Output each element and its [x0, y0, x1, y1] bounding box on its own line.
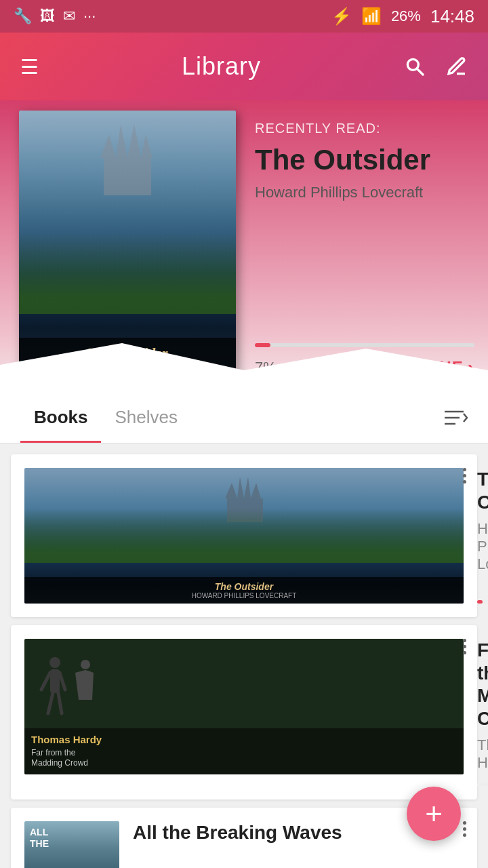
top-bar-action-icons: [404, 56, 468, 77]
hero-book-title: The Outsider: [255, 144, 474, 176]
more-icon: ···: [83, 7, 96, 25]
cover-title: The Outsider: [27, 344, 228, 362]
book-card: Thomas Hardy Far from theMadding Crowd F…: [11, 625, 477, 800]
tab-books[interactable]: Books: [20, 392, 101, 443]
cover-author: Howard Phillips Lovecraft: [27, 365, 228, 375]
book-menu-button[interactable]: [463, 468, 466, 484]
status-bar: 🔧 🖼 ✉ ··· ⚡ 📶 26% 14:48: [0, 0, 488, 33]
book-menu-button[interactable]: [463, 639, 466, 654]
menu-button[interactable]: ☰: [20, 55, 39, 79]
book-title: The Outsider: [477, 468, 488, 513]
thumb-title-text: ALLTHE: [30, 827, 49, 850]
recently-read-label: RECENTLY READ:: [255, 121, 474, 136]
thumb-title: The Outsider: [30, 581, 458, 592]
progress-bar-background: [255, 343, 474, 347]
thumb-title: Far from theMadding Crowd: [31, 748, 457, 769]
book-info: Far from the Madding Crowd Thomas Hardy: [477, 639, 488, 786]
search-button[interactable]: [404, 56, 426, 77]
book-info: The Outsider Howard Phillips Lovecraft: [477, 468, 488, 604]
progress-percentage: 7%: [255, 359, 277, 376]
sort-button[interactable]: [445, 408, 468, 427]
book-menu-button[interactable]: [463, 821, 466, 837]
hero-book-author: Howard Phillips Lovecraft: [255, 184, 474, 201]
status-time: 14:48: [430, 6, 474, 27]
progress-bar-fill: [255, 343, 270, 347]
svg-line-12: [58, 693, 62, 713]
book-thumbnail[interactable]: The Outsider Howard Phillips Lovecraft: [24, 468, 464, 604]
book-author: Thomas Hardy: [477, 736, 488, 772]
svg-line-10: [60, 673, 65, 690]
add-book-button[interactable]: +: [407, 787, 461, 841]
hero-book-cover[interactable]: The Outsider Howard Phillips Lovecraft: [19, 111, 236, 382]
status-right-icons: ⚡ 📶 26% 14:48: [331, 6, 474, 27]
image-icon: 🖼: [40, 7, 55, 25]
svg-point-7: [49, 657, 60, 668]
svg-line-11: [48, 693, 53, 713]
book-title: Far from the Madding Crowd: [477, 639, 488, 730]
bluetooth-icon: ⚡: [331, 7, 352, 26]
battery-text: 26%: [391, 7, 421, 25]
library-title: Library: [182, 52, 261, 81]
status-left-icons: 🔧 🖼 ✉ ···: [14, 7, 96, 25]
svg-point-13: [81, 660, 90, 669]
mail-icon: ✉: [63, 7, 75, 25]
book-progress-bar: [477, 783, 488, 786]
book-author: Howard Phillips Lovecraft: [477, 520, 488, 573]
continue-button[interactable]: CONTINUE ›: [373, 357, 474, 378]
tab-shelves[interactable]: Shelves: [101, 392, 191, 443]
continue-chevron-icon: ›: [468, 357, 474, 378]
svg-line-9: [41, 673, 50, 690]
hero-section: The Outsider Howard Phillips Lovecraft R…: [0, 100, 488, 392]
thumb-author: Thomas Hardy: [31, 734, 457, 745]
book-thumbnail[interactable]: ALLTHE: [24, 821, 119, 868]
edit-button[interactable]: [446, 56, 468, 77]
svg-line-1: [417, 68, 423, 75]
tabs-bar: Books Shelves: [0, 392, 488, 443]
hero-info: RECENTLY READ: The Outsider Howard Phill…: [236, 100, 488, 392]
top-bar: ☰ Library: [0, 33, 488, 100]
tool-icon: 🔧: [14, 7, 32, 25]
book-thumbnail[interactable]: Thomas Hardy Far from theMadding Crowd: [24, 639, 464, 774]
book-card: The Outsider Howard Phillips Lovecraft T…: [11, 454, 477, 617]
thumb-author: Howard Phillips Lovecraft: [30, 592, 458, 599]
wifi-icon: 📶: [361, 7, 382, 26]
reading-progress: 7% CONTINUE ›: [255, 343, 474, 378]
book-progress-bar: [477, 600, 488, 604]
book-progress-fill: [477, 600, 483, 604]
